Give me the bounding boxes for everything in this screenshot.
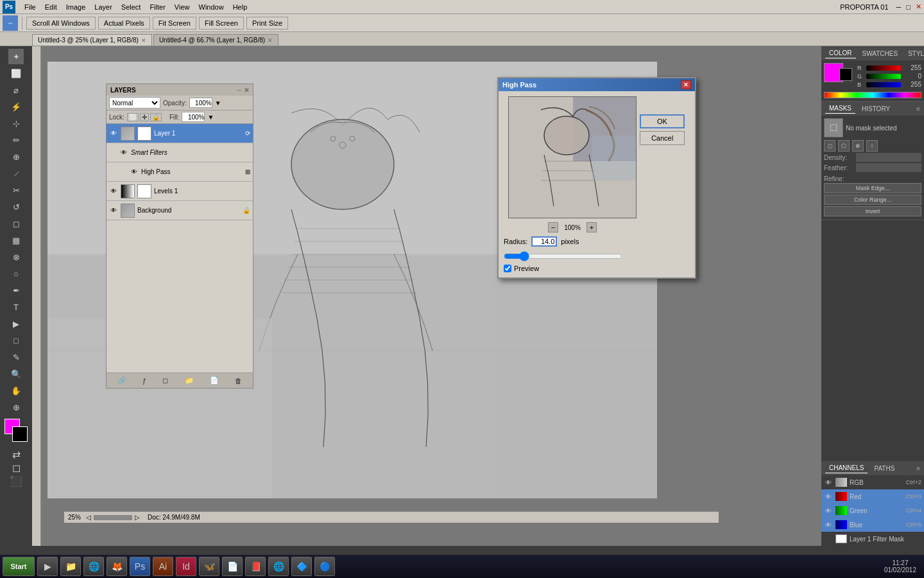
add-mask-btn[interactable]: ◻	[162, 376, 168, 385]
clone-tool[interactable]: ✂	[8, 182, 24, 198]
menu-help[interactable]: Help	[229, 2, 252, 12]
opacity-arrows[interactable]: ▼	[215, 100, 221, 107]
quickmask-btn[interactable]: ⬛	[10, 475, 22, 487]
zoom-slider-btn[interactable]: ◁	[86, 514, 91, 521]
blur-tool[interactable]: ⊗	[8, 249, 24, 265]
channels-panel-menu[interactable]: ≡	[916, 465, 920, 472]
taskbar-btn-browser1[interactable]: 🌐	[83, 557, 104, 576]
background-color[interactable]	[12, 426, 28, 442]
eraser-tool[interactable]: ◻	[8, 216, 24, 231]
start-button[interactable]: Start	[3, 557, 35, 576]
taskbar-btn-chrome[interactable]: 🌐	[268, 557, 289, 576]
taskbar-btn-indesign[interactable]: Id	[176, 557, 196, 576]
menu-window[interactable]: Window	[195, 2, 228, 12]
healing-tool[interactable]: ⊕	[8, 149, 24, 164]
taskbar-btn-app2[interactable]: 📕	[245, 557, 266, 576]
channel-rgb[interactable]: 👁 RGB Ctrl+2	[821, 475, 924, 489]
restore-btn[interactable]: □	[906, 3, 911, 11]
zoom-tool[interactable]: 🔍	[8, 366, 24, 381]
taskbar-btn-acrobat[interactable]: 📄	[222, 557, 243, 576]
tab-1-close[interactable]: ✕	[268, 37, 273, 44]
layer-1-options[interactable]: ⟳	[245, 130, 250, 137]
menu-file[interactable]: File	[21, 2, 40, 12]
background-row[interactable]: 👁 Background 🔒	[107, 201, 253, 220]
green-slider[interactable]	[866, 74, 901, 79]
magic-wand-tool[interactable]: ⚡	[8, 99, 24, 114]
add-style-btn[interactable]: ƒ	[142, 377, 146, 385]
radius-input[interactable]	[531, 236, 557, 247]
zoom-slider-right-btn[interactable]: ▷	[135, 514, 140, 521]
zoom-tool-2[interactable]: ⊕	[8, 399, 24, 415]
move-tool[interactable]: ✦	[8, 49, 24, 64]
masks-tab[interactable]: MASKS	[825, 103, 855, 114]
taskbar-btn-0[interactable]: ▶	[37, 557, 58, 576]
taskbar-btn-folder[interactable]: 📁	[60, 557, 81, 576]
print-size-btn[interactable]: Print Size	[246, 17, 288, 30]
taskbar-btn-photoshop[interactable]: Ps	[130, 557, 150, 576]
color-range-btn[interactable]: Color Range...	[824, 195, 921, 205]
swap-colors-btn[interactable]: ⇄	[12, 448, 21, 460]
add-vector-mask-btn[interactable]: ⬡	[838, 140, 850, 152]
channels-main-tab[interactable]: CHANNELS	[825, 463, 868, 473]
brush-tool[interactable]: ⟋	[8, 166, 24, 181]
lasso-tool[interactable]: ⌀	[8, 82, 24, 98]
layer-1-eye[interactable]: 👁	[109, 129, 118, 138]
smart-filters-row[interactable]: 👁 Smart Filters	[107, 143, 253, 162]
masks-panel-menu[interactable]: ≡	[916, 105, 920, 112]
delete-layer-btn[interactable]: 🗑	[235, 377, 242, 385]
menu-edit[interactable]: Edit	[41, 2, 61, 12]
tab-1[interactable]: Untitled-4 @ 66.7% (Layer 1, RGB/8) ✕	[153, 34, 278, 46]
swatches-tab[interactable]: SWATCHES	[859, 49, 902, 58]
lock-pixels-btn[interactable]: ⬜	[127, 113, 139, 121]
close-btn[interactable]: ✕	[916, 3, 921, 11]
channel-filter-mask-eye[interactable]: 👁	[824, 536, 833, 543]
channel-red-eye[interactable]: 👁	[824, 493, 833, 500]
styles-tab[interactable]: STYLES	[904, 49, 924, 58]
new-layer-btn[interactable]: 📄	[210, 376, 219, 385]
channel-rgb-eye[interactable]: 👁	[824, 479, 833, 486]
tab-0-close[interactable]: ✕	[141, 37, 146, 44]
history-brush-tool[interactable]: ↺	[8, 199, 24, 215]
layers-panel-close[interactable]: ✕	[244, 87, 249, 94]
shape-tool[interactable]: □	[8, 333, 24, 348]
marquee-tool[interactable]: ⬜	[8, 66, 24, 81]
taskbar-btn-app4[interactable]: 🔵	[314, 557, 335, 576]
standard-mode-btn[interactable]: ◻	[12, 462, 21, 474]
menu-view[interactable]: View	[171, 2, 194, 12]
opacity-input[interactable]	[189, 98, 212, 108]
filter-mask-btn[interactable]: ⊗	[852, 140, 864, 152]
channel-filter-mask[interactable]: 👁 Layer 1 Filter Mask	[821, 532, 924, 546]
menu-image[interactable]: Image	[62, 2, 90, 12]
color-spectrum[interactable]	[824, 92, 921, 98]
blue-slider[interactable]	[866, 82, 901, 87]
lock-position-btn[interactable]: ✛	[140, 113, 149, 121]
paths-tab[interactable]: PATHS	[870, 464, 898, 473]
channel-blue[interactable]: 👁 Blue Ctrl+5	[821, 518, 924, 532]
menu-layer[interactable]: Layer	[90, 2, 116, 12]
scroll-all-windows-btn[interactable]: Scroll All Windows	[26, 17, 96, 30]
layer-1-row[interactable]: 👁 Layer 1 ⟳	[107, 124, 253, 143]
hand-tool[interactable]: ✋	[8, 383, 24, 398]
density-input[interactable]	[856, 153, 921, 162]
zoom-slider[interactable]	[94, 515, 132, 520]
channel-blue-eye[interactable]: 👁	[824, 521, 833, 529]
taskbar-btn-firefox[interactable]: 🦊	[107, 557, 127, 576]
feather-input[interactable]	[856, 163, 921, 172]
channel-green-eye[interactable]: 👁	[824, 507, 833, 514]
high-pass-row[interactable]: 👁 High Pass ⊞	[107, 162, 253, 182]
tab-0[interactable]: Untitled-3 @ 25% (Layer 1, RGB/8) ✕	[32, 34, 152, 46]
eyedropper-tool[interactable]: ✏	[8, 132, 24, 148]
taskbar-btn-app1[interactable]: 🦋	[199, 557, 219, 576]
red-slider[interactable]	[866, 66, 901, 71]
taskbar-btn-app3[interactable]: 🔷	[291, 557, 312, 576]
link-layers-btn[interactable]: 🔗	[117, 376, 126, 385]
fit-screen-btn[interactable]: Fit Screen	[153, 17, 196, 30]
dodge-tool[interactable]: ○	[8, 266, 24, 281]
history-tab[interactable]: HISTORY	[858, 104, 894, 114]
taskbar-btn-illustrator[interactable]: Ai	[153, 557, 173, 576]
invert-mask-btn[interactable]: ↕	[866, 140, 878, 152]
menu-select[interactable]: Select	[117, 2, 145, 12]
add-pixel-mask-btn[interactable]: ◻	[824, 140, 835, 152]
type-tool[interactable]: T	[8, 299, 24, 315]
highpass-close-btn[interactable]: ✕	[681, 80, 691, 89]
